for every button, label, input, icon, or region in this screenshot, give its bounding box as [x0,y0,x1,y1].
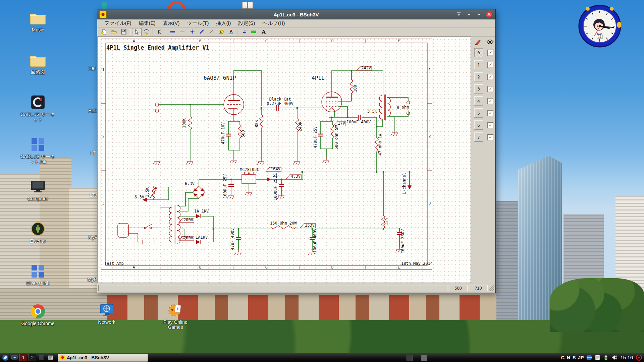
minimize-button[interactable] [465,11,473,18]
workspace-button-1[interactable]: 1 [19,354,27,361]
desktop-icon-partial-label[interactable]: LT [91,150,96,156]
svg-text:100uF 400V: 100uF 400V [346,120,371,124]
menu-file[interactable]: ファイル(F) [101,19,135,27]
desktop-icon-computer[interactable]: Computer [19,179,56,201]
menu-help[interactable]: ヘルプ(H) [259,19,289,27]
layer-button-7[interactable]: 7 [474,132,483,142]
rollup-button[interactable] [455,11,463,18]
svg-text:82K: 82K [254,120,259,127]
marker-tool-button[interactable] [249,28,259,36]
chat-icon[interactable] [11,354,18,361]
svg-text:A: A [219,31,222,34]
desktop-icon-cadlus[interactable]: ! CADLUS サーキット [19,95,56,122]
terminal-icon[interactable] [47,354,54,361]
tray-battery-icon[interactable] [603,355,609,361]
ime-indicator-c[interactable]: C [561,355,565,360]
open-file-button[interactable] [109,28,119,36]
layer-button-1[interactable]: 1 [474,60,483,69]
grid-icon [29,137,47,152]
tray-volume-icon[interactable] [611,355,617,361]
svg-text:1: 1 [102,68,105,72]
ime-indicator-s[interactable]: S [573,355,576,360]
layer-button-5[interactable]: 5 [474,108,483,118]
menu-settings[interactable]: 設定(S) [235,19,259,27]
svg-text:!: ! [41,98,42,101]
desktop-icon-kairozu[interactable]: 回路図 [19,52,56,75]
tray-window-icon[interactable] [421,355,427,361]
layer-checkbox-1[interactable]: ✓ [487,62,494,68]
svg-text:1A 1KV: 1A 1KV [194,209,209,214]
desktop-icon-partial-label[interactable]: MyP [88,235,98,240]
schematic-canvas[interactable]: 4P1L Single Ended Amplifier V1Test Amp18… [97,37,471,283]
layer-button-4[interactable]: 4 [474,96,483,106]
part-tool-button[interactable]: A [216,28,226,36]
desktop-icon-google-chrome[interactable]: Google Chrome [19,304,56,326]
title-bar[interactable]: 4p1L.ce3 - BSch3V [97,9,495,19]
desktop-icon-network[interactable]: Network [88,302,125,325]
bus-tool-button[interactable] [168,28,177,36]
svg-text:12K: 12K [384,218,388,225]
tray-globe-icon[interactable] [586,355,592,361]
desktop-icon-cadlus-lnk[interactable]: CADLUS サーキット.lnk [19,137,56,164]
folder-icon [29,52,47,68]
tray-keyboard-icon[interactable] [407,355,413,361]
svg-text:2: 2 [102,134,105,138]
workspace-button-2[interactable]: 2 [29,354,36,361]
layer-checkbox-0[interactable]: ✓ [487,50,494,56]
ime-indicator-n[interactable]: N [567,355,570,360]
pager-icon[interactable] [2,354,9,361]
desktop-icon-elvenar-lnk[interactable]: Elvenar.lnk [19,263,56,286]
layer-checkbox-7[interactable]: ✓ [487,134,494,140]
move-tool-button[interactable] [142,28,151,36]
layer-button-2[interactable]: 2 [474,72,483,81]
clock-widget[interactable]: 11 [578,4,622,48]
svg-text:D: D [331,265,334,269]
svg-text:Black Cat: Black Cat [269,97,291,102]
taskbar-task-button[interactable]: 4p1L.ce3 - BSch3V [58,354,148,362]
menu-view[interactable]: 表示(V) [159,19,183,27]
line-diagonal-button[interactable] [207,28,216,36]
show-desktop-icon[interactable] [38,354,45,361]
svg-text:4P1L: 4P1L [312,75,325,81]
save-button[interactable] [119,28,128,36]
bsch3v-window: 4p1L.ce3 - BSch3V ファイル(F) 編集(E) 表示(V) ツー… [97,9,496,293]
partial-desktop-icon[interactable] [248,2,253,9]
svg-text:242V: 242V [361,66,371,70]
layer-checkbox-6[interactable]: ✓ [487,122,494,128]
layer-checkbox-4[interactable]: ✓ [487,98,494,104]
resize-grip[interactable] [489,285,494,291]
menu-edit[interactable]: 編集(E) [135,19,159,27]
desktop-icon-partial-label[interactable]: Hel [88,66,95,71]
close-button[interactable] [485,11,493,18]
layer-checkbox-3[interactable]: ✓ [487,86,494,92]
junction-tool-button[interactable] [187,28,197,36]
bus-line-diagonal-button[interactable] [197,28,207,36]
dashed-arrow-tool-button[interactable] [239,28,249,36]
pentode-symbol [322,92,342,112]
logout-button[interactable] [636,355,642,361]
desktop-icon-partial-label[interactable]: LTs [90,192,97,198]
taskbar-clock[interactable]: 15:16 [620,355,633,360]
layer-button-6[interactable]: 6 [474,120,483,130]
select-tool-button[interactable] [132,28,142,36]
label-tool-button[interactable]: A [226,28,236,36]
svg-text:3.5K: 3.5K [367,109,377,114]
layer-button-3[interactable]: 3 [474,84,483,94]
maximize-button[interactable] [475,11,483,18]
desktop-icon-play-online-games[interactable]: ! Play Online Games [157,302,194,330]
line-tool-button[interactable] [177,28,187,36]
menu-insert[interactable]: 挿入(I) [212,19,234,27]
new-file-button[interactable] [99,28,109,36]
ime-indicator-jp[interactable]: JP [578,355,584,360]
desktop-icon-elvenar[interactable]: ! Elvenar [19,221,56,244]
layer-button-0[interactable]: 0 [474,48,483,57]
partial-desktop-icon[interactable] [242,2,247,9]
text-tool-button[interactable]: A [259,28,268,36]
wire-tool-button[interactable] [155,28,164,36]
desktop-icon-music[interactable]: Music [19,10,56,33]
menu-tools[interactable]: ツール(T) [183,19,213,27]
layer-checkbox-5[interactable]: ✓ [487,110,494,116]
partial-desktop-icon[interactable] [102,2,107,9]
layer-checkbox-2[interactable]: ✓ [487,74,494,80]
tray-notes-icon[interactable] [594,355,600,361]
